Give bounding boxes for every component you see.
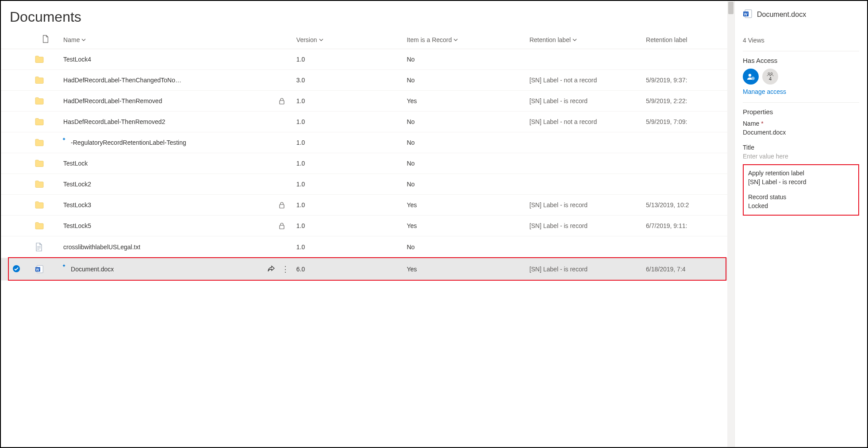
cell-record: No <box>403 174 526 195</box>
chevron-down-icon <box>572 36 577 43</box>
cell-version: 3.0 <box>293 70 403 91</box>
table-row[interactable]: crosslibwithlabelUSLegal.txt1.0No <box>1 236 734 258</box>
cell-version: 6.0 <box>293 258 403 281</box>
chevron-down-icon <box>319 36 323 43</box>
cell-record: No <box>403 70 526 91</box>
column-header-version[interactable]: Version <box>296 36 323 43</box>
item-name[interactable]: crosslibwithlabelUSLegal.txt <box>63 243 140 251</box>
svg-point-8 <box>749 74 751 77</box>
cell-label <box>526 153 642 174</box>
svg-point-10 <box>768 73 770 74</box>
share-icon[interactable] <box>267 265 275 274</box>
svg-point-3 <box>13 265 20 272</box>
table-row[interactable]: TestLock41.0No <box>1 49 734 70</box>
item-name[interactable]: -RegulatoryRecordRetentionLabel-Testing <box>71 139 186 146</box>
cell-record: No <box>403 236 526 258</box>
cell-applied: 5/9/2019, 9:37: <box>642 70 734 91</box>
table-row[interactable]: TestLock31.0Yes[SN] Label - is record5/1… <box>1 195 734 216</box>
table-row[interactable]: TestLock21.0No <box>1 174 734 195</box>
cell-label: [SN] Label - is record <box>526 91 642 112</box>
column-header-record[interactable]: Item is a Record <box>407 36 458 43</box>
new-indicator-icon: ✦ <box>62 263 66 269</box>
documents-table: Name Version Item is a Record Retention … <box>1 31 734 281</box>
cell-label <box>526 49 642 70</box>
cell-record: Yes <box>403 195 526 216</box>
cell-label: [SN] Label - not a record <box>526 112 642 132</box>
folder-icon <box>35 76 56 84</box>
column-header-retention-label[interactable]: Retention label <box>530 36 577 43</box>
item-name[interactable]: HasDefRecordLabel-ThenRemoved2 <box>63 118 165 125</box>
table-row[interactable]: HadDefRecordLabel-ThenChangedToNonR...3.… <box>1 70 734 91</box>
folder-icon <box>35 201 56 209</box>
row-selected-icon[interactable] <box>12 267 20 274</box>
folder-icon <box>35 55 56 63</box>
properties-heading: Properties <box>743 108 859 116</box>
item-name[interactable]: TestLock3 <box>63 201 91 209</box>
more-actions-icon[interactable]: ⋮ <box>281 264 289 274</box>
file-type-column-icon[interactable] <box>42 37 49 44</box>
folder-icon <box>35 222 56 230</box>
item-name[interactable]: HadDefRecordLabel-ThenRemoved <box>63 97 162 104</box>
cell-label <box>526 132 642 153</box>
item-name[interactable]: TestLock5 <box>63 222 91 229</box>
cell-record: No <box>403 153 526 174</box>
cell-version: 1.0 <box>293 174 403 195</box>
svg-rect-2 <box>280 225 284 229</box>
cell-applied: 5/9/2019, 2:22: <box>642 91 734 112</box>
cell-applied <box>642 132 734 153</box>
table-row[interactable]: TestLock1.0No <box>1 153 734 174</box>
word-file-icon <box>743 9 753 20</box>
cell-version: 1.0 <box>293 112 403 132</box>
table-row[interactable]: HasDefRecordLabel-ThenRemoved21.0No[SN] … <box>1 112 734 132</box>
record-properties-highlight: Apply retention label [SN] Label - is re… <box>743 164 859 216</box>
manage-access-link[interactable]: Manage access <box>743 88 859 95</box>
chevron-down-icon <box>81 36 86 43</box>
cell-record: No <box>403 112 526 132</box>
add-person-button[interactable] <box>743 69 759 85</box>
cell-applied: 6/7/2019, 9:11: <box>642 216 734 236</box>
has-access-heading: Has Access <box>743 57 859 64</box>
vertical-scrollbar[interactable] <box>727 1 734 447</box>
cell-version: 1.0 <box>293 195 403 216</box>
cell-record: Yes <box>403 258 526 281</box>
item-name[interactable]: HadDefRecordLabel-ThenChangedToNonR... <box>63 77 183 84</box>
cell-version: 1.0 <box>293 236 403 258</box>
record-status-value[interactable]: Locked <box>748 202 854 209</box>
retention-label-label: Apply retention label <box>748 170 854 177</box>
svg-point-11 <box>771 73 772 74</box>
people-count-badge[interactable]: 4 <box>762 69 778 85</box>
cell-record: Yes <box>403 91 526 112</box>
table-row[interactable]: HadDefRecordLabel-ThenRemoved1.0Yes[SN] … <box>1 91 734 112</box>
column-header-retention-applied[interactable]: Retention label <box>646 36 687 43</box>
cell-applied: 5/13/2019, 10:2 <box>642 195 734 216</box>
item-name[interactable]: TestLock <box>63 160 88 167</box>
folder-icon <box>35 139 56 147</box>
table-row[interactable]: ✦Document.docx⋮6.0Yes[SN] Label - is rec… <box>1 258 734 281</box>
cell-label: [SN] Label - is record <box>526 195 642 216</box>
details-panel: Document.docx 4 Views Has Access 4 Manag… <box>734 1 867 447</box>
cell-applied <box>642 174 734 195</box>
folder-icon <box>35 97 56 105</box>
table-row[interactable]: ✦-RegulatoryRecordRetentionLabel-Testing… <box>1 132 734 153</box>
item-name[interactable]: TestLock4 <box>63 56 91 63</box>
cell-version: 1.0 <box>293 132 403 153</box>
lock-icon <box>279 222 285 229</box>
cell-record: No <box>403 49 526 70</box>
cell-label <box>526 236 642 258</box>
svg-rect-0 <box>280 100 284 104</box>
retention-label-value[interactable]: [SN] Label - is record <box>748 178 854 185</box>
cell-label: [SN] Label - is record <box>526 216 642 236</box>
word-icon <box>35 265 56 274</box>
cell-label: [SN] Label - is record <box>526 258 642 281</box>
table-row[interactable]: TestLock51.0Yes[SN] Label - is record6/7… <box>1 216 734 236</box>
cell-version: 1.0 <box>293 49 403 70</box>
title-field-input[interactable]: Enter value here <box>743 153 859 160</box>
column-header-name[interactable]: Name <box>63 36 86 43</box>
cell-applied <box>642 236 734 258</box>
title-field-label: Title <box>743 144 859 151</box>
name-field-value[interactable]: Document.docx <box>743 129 859 136</box>
item-name[interactable]: Document.docx <box>71 266 114 273</box>
views-count: 4 Views <box>743 37 859 44</box>
cell-version: 1.0 <box>293 91 403 112</box>
item-name[interactable]: TestLock2 <box>63 181 91 188</box>
